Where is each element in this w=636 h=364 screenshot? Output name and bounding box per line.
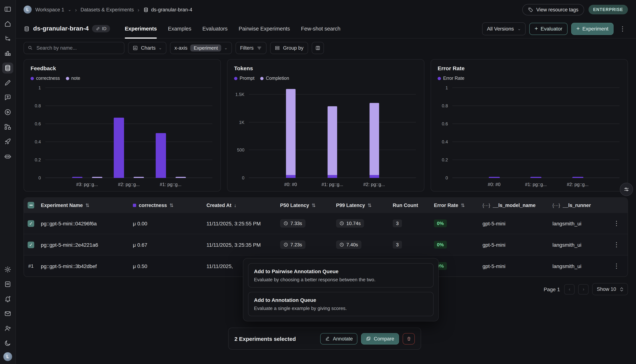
tab-evaluators[interactable]: Evaluators <box>202 19 228 38</box>
column-header-ls-model-name[interactable]: {⋯} __ls_model_name <box>483 202 552 208</box>
sort-icon[interactable]: ⇅ <box>461 202 465 208</box>
row-checkbox[interactable]: ✓ <box>28 220 34 227</box>
bar-segment-prompt[interactable] <box>369 175 379 178</box>
sidebar-item-deployments[interactable] <box>2 136 13 147</box>
sidebar-item-settings[interactable] <box>2 264 13 275</box>
column-header-experiment-name[interactable]: Experiment Name⇅ <box>41 202 133 208</box>
sidebar-item-invite[interactable] <box>2 323 13 334</box>
tab-few-shot-search[interactable]: Few-shot search <box>301 19 341 38</box>
filters-button[interactable]: Filters <box>235 42 266 54</box>
column-header-ls-runner[interactable]: {⋯} __ls_runner <box>552 202 608 208</box>
sort-icon[interactable]: ⇅ <box>368 202 372 208</box>
experiment-name-cell[interactable]: pg::gpt-5-mini::3b42dbef <box>41 263 133 269</box>
menu-item-annotation-queue[interactable]: Add to Annotation Queue Evaluate a singl… <box>248 292 434 316</box>
tab-experiments[interactable]: Experiments <box>125 19 157 38</box>
column-header-p50-latency[interactable]: P50 Latency⇅ <box>280 202 336 208</box>
bar-error-rate[interactable] <box>530 177 541 178</box>
bar-segment-completion[interactable] <box>286 89 295 175</box>
bar-error-rate[interactable] <box>572 177 583 178</box>
bar-correctness[interactable] <box>114 118 124 178</box>
chevron-down-icon[interactable]: ⌄ <box>68 7 71 12</box>
column-header-created-at[interactable]: Created At↓ <box>206 202 280 208</box>
row-checkbox[interactable]: ✓ <box>28 242 34 248</box>
column-header-correctness[interactable]: correctness⇅ <box>133 202 206 208</box>
latency-pill: 7.23s <box>280 240 305 249</box>
legend-item[interactable]: Completion <box>260 76 289 81</box>
annotate-button[interactable]: Annotate <box>321 333 358 344</box>
x-axis-label: #0: #0 <box>284 182 297 187</box>
sidebar-item-inbox[interactable] <box>2 308 13 319</box>
page-size-select[interactable]: Show 10 <box>592 283 628 295</box>
experiment-name-cell[interactable]: pg::gpt-5-mini::04296f6a <box>41 220 133 226</box>
bar-segment-prompt[interactable] <box>328 175 337 178</box>
columns-button[interactable] <box>311 42 324 54</box>
bar-note[interactable] <box>134 177 144 178</box>
sidebar-item-monitoring[interactable] <box>2 48 13 59</box>
user-avatar[interactable]: L <box>3 352 12 361</box>
bar-segment-completion[interactable] <box>328 106 337 175</box>
search-input[interactable] <box>36 45 120 51</box>
breadcrumb-section[interactable]: Datasets & Experiments <box>81 7 134 12</box>
search-box[interactable] <box>24 42 124 54</box>
table-row[interactable]: ✓pg::gpt-5-mini::04296f6aμ 0.0011/11/202… <box>24 212 627 234</box>
bar-note[interactable] <box>92 177 102 178</box>
legend-item[interactable]: Prompt <box>234 76 254 81</box>
group-by-button[interactable]: Group by <box>270 42 308 54</box>
sidebar-item-theme[interactable] <box>2 338 13 348</box>
column-header-error-rate[interactable]: Error Rate⇅ <box>434 202 483 208</box>
add-experiment-button[interactable]: + Experiment <box>571 22 613 35</box>
prev-page-button[interactable]: ‹ <box>564 284 575 294</box>
id-chip[interactable]: ID <box>92 25 110 32</box>
sidebar-item-agents[interactable] <box>2 151 13 162</box>
sort-icon[interactable]: ⇅ <box>85 202 89 208</box>
experiment-name-cell[interactable]: pg::gpt-5-mini::2e4221a6 <box>41 242 133 248</box>
bar-correctness[interactable] <box>156 133 166 178</box>
row-kebab-menu[interactable]: ⋮ <box>611 218 622 229</box>
workspace-avatar[interactable]: L <box>24 6 32 14</box>
column-header-run-count[interactable]: Run Count <box>393 202 434 208</box>
sidebar-item-docs[interactable] <box>2 279 13 290</box>
view-resource-tags-button[interactable]: View resource tags <box>522 4 584 15</box>
breadcrumb-workspace[interactable]: Workspace 1 <box>35 7 64 12</box>
legend-item[interactable]: Error Rate <box>438 76 464 81</box>
sort-icon[interactable]: ⇅ <box>169 202 174 208</box>
bar-error-rate[interactable] <box>489 177 500 178</box>
versions-select[interactable]: All Versions ⌄ <box>482 22 526 35</box>
sidebar-item-annotation[interactable] <box>2 77 13 88</box>
breadcrumb-current[interactable]: ds-granular-bran-4 <box>143 7 192 12</box>
column-header-p99-latency[interactable]: P99 Latency⇅ <box>336 202 393 208</box>
sidebar-item-home[interactable] <box>2 18 13 30</box>
row-kebab-menu[interactable]: ⋮ <box>611 239 622 250</box>
compare-button[interactable]: Compare <box>361 333 399 344</box>
bar-segment-completion[interactable] <box>369 103 379 175</box>
sort-icon[interactable]: ⇅ <box>312 202 316 208</box>
bar-segment-prompt[interactable] <box>286 175 295 178</box>
sidebar-item-notifications[interactable] <box>2 294 13 304</box>
select-all-checkbox[interactable] <box>28 202 34 208</box>
bar-correctness[interactable] <box>72 177 82 178</box>
columns-icon <box>315 45 321 50</box>
table-row[interactable]: ✓pg::gpt-5-mini::2e4221a6μ 0.6711/11/202… <box>24 234 627 255</box>
xaxis-select[interactable]: x-axis Experiment ⌄ <box>170 42 232 54</box>
legend-item[interactable]: note <box>66 76 80 81</box>
sidebar-item-tracing[interactable] <box>2 33 13 44</box>
tab-examples[interactable]: Examples <box>168 19 191 38</box>
tab-pairwise-experiments[interactable]: Pairwise Experiments <box>239 19 290 38</box>
sidebar-item-prompts[interactable] <box>2 92 13 103</box>
menu-item-pairwise-annotation-queue[interactable]: Add to Pairwise Annotation Queue Evaluat… <box>248 263 434 288</box>
sidebar-toggle-button[interactable] <box>2 4 13 15</box>
header-kebab-menu[interactable]: ⋮ <box>617 23 628 34</box>
charts-button[interactable]: Charts ⌄ <box>128 42 166 54</box>
next-page-button[interactable]: › <box>578 284 589 294</box>
legend-item[interactable]: correctness <box>31 76 60 81</box>
bar-note[interactable] <box>175 177 186 178</box>
sidebar-item-datasets[interactable] <box>2 62 13 74</box>
add-evaluator-button[interactable]: + Evaluator <box>529 22 567 35</box>
chart-settings-fab[interactable] <box>620 183 633 196</box>
row-kebab-menu[interactable]: ⋮ <box>611 261 622 271</box>
sidebar-item-playground[interactable] <box>2 107 13 118</box>
latency-value: 7.23s <box>290 242 302 248</box>
sort-desc-icon[interactable]: ↓ <box>234 202 236 208</box>
sidebar-item-workflows[interactable] <box>2 121 13 132</box>
delete-button[interactable] <box>403 333 415 344</box>
